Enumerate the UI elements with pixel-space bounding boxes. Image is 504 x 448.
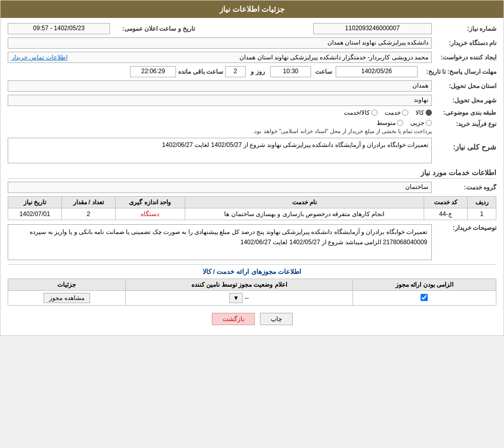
process-option-jozi: جزیی bbox=[410, 119, 432, 126]
cell-row: 1 bbox=[468, 208, 496, 220]
requester-contact-link[interactable]: اطلاعات تماس خریدار bbox=[11, 54, 68, 61]
process-label-motavasset: متوسط bbox=[377, 119, 396, 126]
cell-date: 1402/07/01 bbox=[8, 208, 62, 220]
buyer-value: دانشکده پیراپزشکی نهاوند استان همدان bbox=[8, 37, 432, 49]
page-title: جزئیات اطلاعات نیاز bbox=[1, 1, 503, 18]
service-group-row: گروه خدمت: ساختمان bbox=[8, 182, 496, 193]
cell-name: انجام کارهای متفرقه درخصوص بازسازی و بهس… bbox=[185, 208, 424, 220]
col-header-date: تاریخ نیاز bbox=[8, 197, 62, 208]
bottom-buttons: چاپ بازگشت bbox=[8, 313, 496, 325]
view-permit-button[interactable]: مشاهده مجوز bbox=[43, 293, 90, 303]
back-button[interactable]: بازگشت bbox=[212, 313, 255, 325]
permit-dropdown-icon[interactable]: ▼ bbox=[229, 293, 243, 303]
process-radio-motavasset[interactable] bbox=[397, 120, 403, 126]
requester-row: ایجاد کننده درخواست: محمد درویشی کاربردا… bbox=[8, 52, 496, 63]
service-group-label: گروه خدمت: bbox=[435, 184, 496, 191]
col-header-code: کد خدمت bbox=[424, 197, 467, 208]
process-radio-jozi[interactable] bbox=[426, 120, 432, 126]
category-row: طبقه بندی موضوعی: کالا خدمت کالا/خدمت bbox=[8, 109, 496, 116]
buyer-desc-value: تعمیرات خوابگاه برادران و آزمایشگاه دانش… bbox=[8, 224, 432, 260]
buyer-row: نام دستگاه خریدار: دانشکده پیراپزشکی نها… bbox=[8, 37, 496, 49]
deadline-label: مهلت ارسال پاسخ: تا تاریخ: bbox=[420, 68, 496, 75]
buyer-label: نام دستگاه خریدار: bbox=[435, 39, 496, 47]
need-number-label: شماره نیاز: bbox=[435, 25, 496, 32]
category-radio-khedmat[interactable] bbox=[402, 110, 408, 116]
services-section-title: اطلاعات خدمات مورد نیاز bbox=[8, 168, 496, 179]
deadline-time: 10:30 bbox=[270, 66, 311, 77]
permit-details-cell: مشاهده مجوز bbox=[8, 291, 126, 306]
deadline-row: مهلت ارسال پاسخ: تا تاریخ: 1402/05/26 سا… bbox=[8, 66, 496, 77]
requester-value: محمد درویشی کاربردار- خدمتگزار دانشکده پ… bbox=[8, 52, 432, 63]
deadline-days: 2 bbox=[225, 66, 246, 77]
col-header-row: ردیف bbox=[468, 197, 496, 208]
permit-col-required: الزامی بودن ارائه مجوز bbox=[353, 279, 496, 291]
category-radio-kala[interactable] bbox=[426, 110, 432, 116]
permit-row: -- ▼ مشاهده مجوز bbox=[8, 291, 496, 306]
category-label-kala: کالا bbox=[415, 109, 424, 116]
need-number-row: شماره نیاز: 1102093246000007 تاریخ و ساع… bbox=[8, 23, 496, 34]
permit-col-details: جزئیات bbox=[8, 279, 126, 291]
cell-qty: 2 bbox=[61, 208, 115, 220]
col-header-qty: تعداد / مقدار bbox=[61, 197, 115, 208]
permit-status-value: -- bbox=[245, 294, 249, 302]
category-radio-kala-khedmat[interactable] bbox=[371, 110, 378, 116]
announce-date-label: تاریخ و ساعت اعلان عمومی: bbox=[113, 25, 195, 32]
permit-col-status: اعلام وضعیت مجوز توسط نامین کننده bbox=[125, 279, 353, 291]
table-row: 1 ج-44 انجام کارهای متفرقه درخصوص بازساز… bbox=[8, 208, 496, 220]
deadline-days-label: روز و bbox=[248, 68, 268, 75]
permits-section-title: اطلاعات مجوزهای ارائه خدمت / کالا bbox=[8, 264, 496, 275]
category-label: طبقه بندی موضوعی: bbox=[435, 109, 496, 116]
service-group-value: ساختمان bbox=[8, 182, 432, 193]
category-label-kala-khedmat: کالا/خدمت bbox=[344, 109, 370, 116]
deadline-remaining: 22:06:29 bbox=[130, 66, 176, 77]
need-desc-title: شرح کلی نیاز: bbox=[435, 143, 496, 153]
print-button[interactable]: چاپ bbox=[260, 313, 293, 325]
province-row: استان محل تحویل: همدان bbox=[8, 80, 496, 92]
process-options-wrapper: جزیی متوسط پرداخت تمام یا بخشی از مبلغ خ… bbox=[253, 119, 432, 135]
deadline-remaining-label: ساعت باقی مانده bbox=[178, 68, 223, 75]
permits-table: الزامی بودن ارائه مجوز اعلام وضعیت مجوز … bbox=[8, 279, 496, 306]
process-label: نوع فرآیند خرید: bbox=[435, 119, 496, 127]
deadline-date: 1402/05/26 bbox=[336, 66, 418, 77]
permit-required-checkbox[interactable] bbox=[421, 294, 428, 301]
city-label: شهر محل تحویل: bbox=[435, 97, 496, 104]
category-option-khedmat: خدمت bbox=[385, 109, 408, 116]
permit-required-cell bbox=[353, 291, 496, 306]
process-note: پرداخت تمام یا بخشی از مبلغ خریدار از مح… bbox=[253, 128, 432, 135]
process-type-row: نوع فرآیند خرید: جزیی متوسط پرداخت تمام … bbox=[8, 119, 496, 135]
category-option-kala: کالا bbox=[415, 109, 432, 116]
province-value: همدان bbox=[8, 80, 432, 92]
content-area: شماره نیاز: 1102093246000007 تاریخ و ساع… bbox=[1, 18, 503, 335]
cell-unit: دستگاه bbox=[115, 208, 185, 220]
deadline-time-label: ساعت bbox=[313, 68, 334, 75]
process-option-motavasset: متوسط bbox=[377, 119, 403, 126]
city-row: شهر محل تحویل: نهاوند bbox=[8, 95, 496, 106]
category-radio-group: کالا خدمت کالا/خدمت bbox=[8, 109, 432, 116]
requester-label: ایجاد کننده درخواست: bbox=[435, 54, 496, 61]
need-desc-row: شرح کلی نیاز: تعمیرات خوابگاه برادران و … bbox=[8, 138, 496, 163]
process-options-top: جزیی متوسط bbox=[253, 119, 432, 126]
buyer-desc-label: توصیحات خریدار: bbox=[435, 224, 496, 231]
need-number-value: 1102093246000007 bbox=[313, 23, 432, 34]
col-header-unit: واحد اندازه گیری bbox=[115, 197, 185, 208]
category-option-kala-khedmat: کالا/خدمت bbox=[344, 109, 378, 116]
col-header-name: نام خدمت bbox=[185, 197, 424, 208]
buyer-desc-row: توصیحات خریدار: تعمیرات خوابگاه برادران … bbox=[8, 224, 496, 260]
announce-date-value: 1402/05/23 - 09:57 bbox=[8, 23, 110, 34]
cell-code: ج-44 bbox=[424, 208, 467, 220]
permit-status-cell: -- ▼ bbox=[125, 291, 353, 306]
page-wrapper: جزئیات اطلاعات نیاز شماره نیاز: 11020932… bbox=[0, 0, 504, 336]
need-desc-value: تعمیرات خوابگاه برادران و آزمایشگاه دانش… bbox=[8, 138, 432, 163]
requester-text: محمد درویشی کاربردار- خدمتگزار دانشکده پ… bbox=[72, 54, 428, 61]
services-table: ردیف کد خدمت نام خدمت واحد اندازه گیری ت… bbox=[8, 196, 496, 220]
province-label: استان محل تحویل: bbox=[435, 82, 496, 90]
category-label-khedmat: خدمت bbox=[385, 109, 401, 116]
city-value: نهاوند bbox=[8, 95, 432, 106]
process-label-jozi: جزیی bbox=[410, 119, 424, 126]
